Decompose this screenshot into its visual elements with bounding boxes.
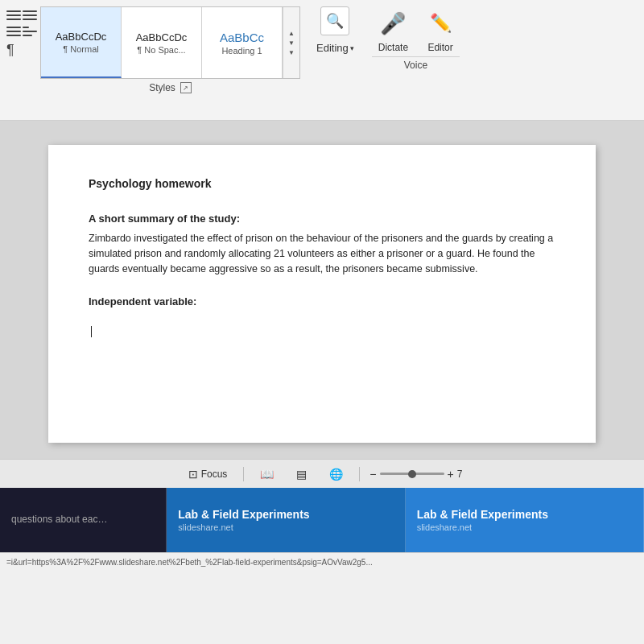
voice-group: 🎤 Dictate ✏️ Editor Voice [372, 6, 460, 71]
document-title: Psychology homework [89, 177, 555, 190]
zoom-minus[interactable]: − [369, 468, 376, 481]
voice-section-label: Voice [372, 56, 460, 71]
web-icon: 🌐 [329, 468, 343, 481]
taskbar-item-1-label: questions about each... [11, 514, 108, 525]
taskbar-item-3-sub: slideshare.net [417, 522, 632, 532]
layout-icon: ▤ [296, 468, 307, 481]
style-heading1-button[interactable]: AaBbCc Heading 1 [202, 7, 283, 78]
style-heading1-preview: AaBbCc [220, 31, 264, 44]
dictate-icon: 🎤 [380, 8, 406, 39]
read-icon: 📖 [260, 468, 274, 481]
style-nospace-preview: AaBbCcDc [136, 31, 188, 43]
search-icon: 🔍 [326, 12, 344, 30]
style-nospace-label: ¶ No Spac... [137, 45, 185, 55]
style-normal-preview: AaBbCcDc [56, 31, 107, 43]
document-cursor-area[interactable] [89, 324, 555, 343]
zoom-plus[interactable]: + [448, 468, 454, 481]
taskbar: questions about each... Lab & Field Expe… [0, 488, 644, 552]
read-mode-button[interactable]: 📖 [254, 465, 280, 483]
styles-label-row: Styles ↗ [40, 82, 300, 93]
zoom-thumb [408, 470, 416, 478]
dictate-label: Dictate [378, 42, 408, 53]
style-normal-label: ¶ Normal [63, 44, 98, 54]
editor-icon: ✏️ [427, 8, 453, 39]
editor-label: Editor [427, 42, 452, 53]
zoom-control[interactable]: − + 7 [369, 468, 462, 481]
styles-scroll-expand[interactable]: ▼ [285, 47, 298, 57]
search-editing-group: 🔍 Editing ▾ [308, 6, 362, 56]
zoom-percent: 7 [457, 469, 463, 480]
voice-inner: 🎤 Dictate ✏️ Editor [372, 6, 460, 55]
status-divider-1 [243, 467, 244, 481]
status-bar: ⊡ Focus 📖 ▤ 🌐 − + 7 [0, 459, 644, 488]
ribbon: ¶ AaBbCcDc ¶ Normal AaBbCcDc ¶ No Spac..… [0, 0, 644, 121]
editor-button[interactable]: ✏️ Editor [421, 6, 460, 55]
list-indent-icon[interactable] [6, 10, 21, 21]
list-outdent-icon[interactable] [23, 10, 37, 21]
web-mode-button[interactable]: 🌐 [323, 465, 349, 483]
taskbar-item-1[interactable]: questions about each... [0, 488, 167, 552]
list-style2-icon[interactable] [23, 26, 37, 37]
taskbar-item-3[interactable]: Lab & Field Experiments slideshare.net [406, 488, 644, 552]
styles-scroll-down[interactable]: ▼ [285, 38, 298, 47]
ribbon-left-icons: ¶ [6, 3, 37, 59]
search-button[interactable]: 🔍 [320, 6, 349, 35]
styles-launcher-icon[interactable]: ↗ [180, 82, 192, 93]
focus-label: Focus [201, 469, 228, 480]
editing-button[interactable]: Editing ▾ [308, 40, 362, 56]
styles-scroll-up[interactable]: ▲ [285, 28, 298, 38]
url-bar: =i&url=https%3A%2F%2Fwww.slideshare.net%… [0, 552, 644, 572]
text-cursor [91, 326, 92, 337]
taskbar-item-2[interactable]: Lab & Field Experiments slideshare.net [167, 488, 405, 552]
paragraph-mark[interactable]: ¶ [6, 42, 37, 59]
url-text: =i&url=https%3A%2F%2Fwww.slideshare.net%… [6, 558, 373, 567]
styles-section-label: Styles [149, 82, 175, 93]
document-subtitle: A short summary of the study: [89, 213, 555, 225]
taskbar-item-2-label: Lab & Field Experiments [178, 508, 393, 521]
status-divider-2 [359, 467, 360, 481]
zoom-track[interactable] [380, 473, 444, 475]
document-section-label: Independent variable: [89, 295, 555, 308]
taskbar-item-3-label: Lab & Field Experiments [417, 508, 632, 521]
editing-dropdown-icon: ▾ [350, 44, 354, 52]
focus-button[interactable]: ⊡ Focus [182, 465, 234, 483]
styles-section-wrapper: AaBbCcDc ¶ Normal AaBbCcDc ¶ No Spac... … [40, 3, 300, 93]
document-page[interactable]: Psychology homework A short summary of t… [48, 145, 596, 443]
document-body: Zimbardo investigated the effect of pris… [89, 231, 555, 276]
style-normal-button[interactable]: AaBbCcDc ¶ Normal [41, 7, 122, 78]
taskbar-item-2-sub: slideshare.net [178, 522, 393, 532]
style-heading1-label: Heading 1 [221, 46, 262, 56]
focus-icon: ⊡ [188, 468, 198, 481]
styles-scroll-arrows[interactable]: ▲ ▼ ▼ [283, 7, 299, 78]
style-nospace-button[interactable]: AaBbCcDc ¶ No Spac... [122, 7, 202, 78]
document-area: Psychology homework A short summary of t… [0, 121, 644, 459]
editing-label: Editing ▾ [316, 42, 354, 54]
list-style-icon[interactable] [6, 26, 21, 37]
dictate-button[interactable]: 🎤 Dictate [372, 6, 415, 55]
styles-section: AaBbCcDc ¶ Normal AaBbCcDc ¶ No Spac... … [40, 6, 300, 79]
layout-mode-button[interactable]: ▤ [290, 465, 313, 483]
